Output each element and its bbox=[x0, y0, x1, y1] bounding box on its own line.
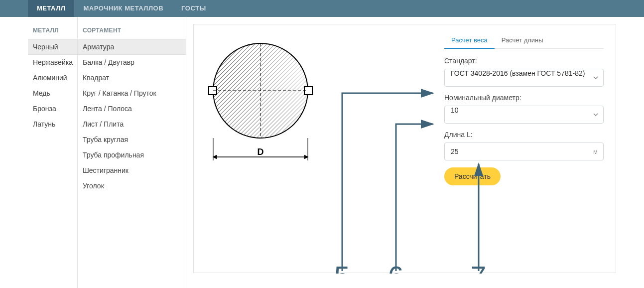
diameter-label: Номинальный диаметр: bbox=[444, 94, 604, 102]
metal-item-brass[interactable]: Латунь bbox=[28, 117, 77, 132]
sort-item-strip[interactable]: Лента / Полоса bbox=[78, 101, 186, 117]
sort-item-angle[interactable]: Уголок bbox=[78, 178, 186, 194]
nav-gost[interactable]: ГОСТЫ bbox=[172, 0, 215, 17]
tab-weight[interactable]: Расчет веса bbox=[444, 33, 495, 49]
sort-item-rebar[interactable]: Арматура bbox=[78, 39, 186, 55]
diameter-select[interactable]: 10 bbox=[444, 106, 604, 124]
metal-item-black[interactable]: Черный bbox=[28, 39, 77, 55]
sort-item-round[interactable]: Круг / Катанка / Пруток bbox=[78, 86, 186, 101]
nav-metal[interactable]: МЕТАЛЛ bbox=[28, 0, 74, 17]
metal-item-stainless[interactable]: Нержавейка bbox=[28, 55, 77, 70]
sort-item-square[interactable]: Квадрат bbox=[78, 70, 186, 86]
sidebar-metal-header: МЕТАЛЛ bbox=[28, 24, 77, 39]
standard-label: Стандарт: bbox=[444, 57, 604, 65]
sidebar-sort-header: СОРТАМЕНТ bbox=[78, 24, 186, 39]
calc-tabs: Расчет веса Расчет длины bbox=[444, 33, 604, 49]
metal-item-aluminium[interactable]: Алюминий bbox=[28, 70, 77, 86]
sort-item-pipe-round[interactable]: Труба круглая bbox=[78, 132, 186, 147]
sort-item-hex[interactable]: Шестигранник bbox=[78, 163, 186, 178]
cross-section-diagram: D bbox=[206, 33, 315, 173]
standard-select[interactable]: ГОСТ 34028-2016 (взамен ГОСТ 5781-82) bbox=[444, 69, 604, 87]
metal-item-copper[interactable]: Медь bbox=[28, 86, 77, 101]
calculator-panel: D Расчет веса Расчет длины Стандарт: ГОС… bbox=[193, 24, 616, 273]
calc-form: Расчет веса Расчет длины Стандарт: ГОСТ … bbox=[444, 33, 604, 185]
tab-length[interactable]: Расчет длины bbox=[495, 33, 550, 48]
metal-item-bronze[interactable]: Бронза bbox=[28, 101, 77, 117]
calculate-button[interactable]: Рассчитать bbox=[444, 167, 501, 185]
annotation-5: 5 bbox=[334, 260, 350, 274]
sort-item-pipe-profile[interactable]: Труба профильная bbox=[78, 147, 186, 163]
sort-item-beam[interactable]: Балка / Двутавр bbox=[78, 55, 186, 70]
length-input[interactable] bbox=[444, 143, 604, 160]
annotation-7: 7 bbox=[471, 260, 486, 274]
top-nav: МЕТАЛЛ МАРОЧНИК МЕТАЛЛОВ ГОСТЫ bbox=[0, 0, 644, 17]
sort-item-sheet[interactable]: Лист / Плита bbox=[78, 117, 186, 132]
annotation-6: 6 bbox=[388, 260, 403, 274]
diagram-dimension-label: D bbox=[258, 147, 264, 157]
sidebar-metal: МЕТАЛЛ Черный Нержавейка Алюминий Медь Б… bbox=[28, 17, 78, 288]
length-label: Длина L: bbox=[444, 131, 604, 139]
nav-grades[interactable]: МАРОЧНИК МЕТАЛЛОВ bbox=[74, 0, 172, 17]
sidebar-sortament: СОРТАМЕНТ Арматура Балка / Двутавр Квадр… bbox=[78, 17, 186, 288]
length-unit: м bbox=[593, 148, 598, 155]
